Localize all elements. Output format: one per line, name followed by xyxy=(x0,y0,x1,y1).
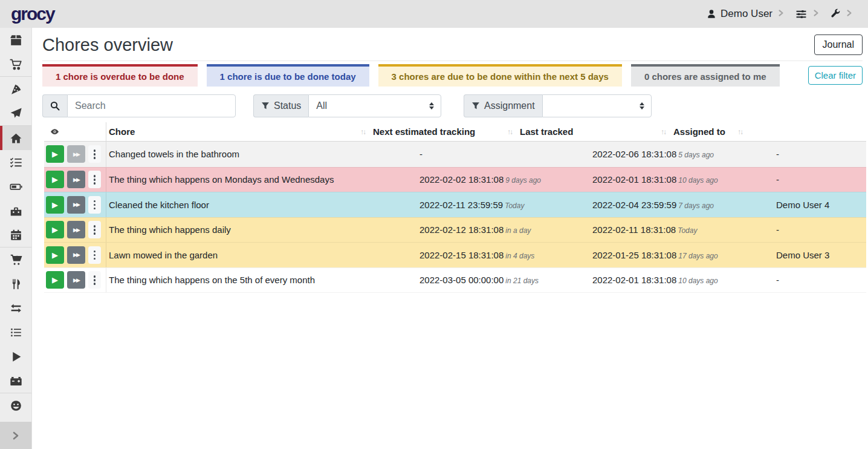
vertical-ellipsis-icon xyxy=(94,149,96,159)
filter-funnel-icon xyxy=(471,102,480,110)
assigned-to-me-filter-card[interactable]: 0 chores are assigned to me xyxy=(631,64,780,87)
skip-chore-button[interactable]: ▶▶ xyxy=(67,246,85,264)
search-icon-box xyxy=(42,94,67,117)
chore-name: The thing which happens on the 5th of ev… xyxy=(106,275,417,285)
sort-icon[interactable]: ↑↓ xyxy=(737,128,742,136)
sidebar-item-meal-plan[interactable] xyxy=(0,101,31,125)
sidebar-item-shopping-list[interactable] xyxy=(0,52,31,76)
skip-chore-button[interactable]: ▶▶ xyxy=(67,171,85,188)
sidebar-item-purchase[interactable] xyxy=(0,247,31,272)
sidebar-item-batteries-overview[interactable] xyxy=(0,174,31,198)
sidebar-item-equipment[interactable] xyxy=(0,198,31,223)
sidebar-item-calendar[interactable] xyxy=(0,223,31,247)
overdue-filter-card[interactable]: 1 chore is overdue to be done xyxy=(42,64,198,87)
vertical-ellipsis-icon xyxy=(94,225,96,235)
chore-row-menu-button[interactable] xyxy=(88,246,101,264)
sort-icon[interactable]: ↑↓ xyxy=(360,128,365,136)
fast-forward-icon: ▶▶ xyxy=(73,151,79,157)
table-row: ▶ ▶▶ Changed towels in the bathroom - 20… xyxy=(44,142,866,167)
chevron-right-icon xyxy=(846,8,852,19)
fast-forward-icon: ▶▶ xyxy=(73,227,79,233)
play-icon: ▶ xyxy=(52,251,58,260)
grocy-logo[interactable]: grocy xyxy=(11,4,54,24)
track-chore-execution-button[interactable]: ▶ xyxy=(46,145,64,163)
column-header-chore[interactable]: Chore xyxy=(109,126,135,137)
track-chore-execution-button[interactable]: ▶ xyxy=(46,271,64,289)
track-chore-execution-button[interactable]: ▶ xyxy=(46,196,64,214)
sidebar-item-user-dashboard[interactable] xyxy=(0,393,31,418)
column-header-last-tracked[interactable]: Last tracked xyxy=(520,126,573,137)
last-tracked-datetime: 2022-02-06 18:31:08 xyxy=(592,149,676,159)
assigned-user: - xyxy=(774,149,866,159)
chevron-right-icon xyxy=(778,8,784,19)
admin-menu[interactable] xyxy=(830,8,857,19)
fast-forward-icon: ▶▶ xyxy=(73,277,79,283)
select-caret-icon xyxy=(429,102,434,110)
clear-filter-button[interactable]: Clear filter xyxy=(808,66,863,85)
search-input[interactable] xyxy=(67,94,236,117)
cart-plus-icon xyxy=(10,254,22,266)
chore-row-menu-button[interactable] xyxy=(88,271,101,289)
next-tracking-relative: 9 days ago xyxy=(505,176,541,185)
chore-row-menu-button[interactable] xyxy=(88,171,101,188)
due-today-filter-card[interactable]: 1 chore is due to be done today xyxy=(207,64,369,87)
eye-icon[interactable] xyxy=(50,127,60,136)
status-select[interactable]: All xyxy=(308,94,441,117)
skip-chore-button[interactable]: ▶▶ xyxy=(67,145,85,163)
next-tracking-datetime: 2022-02-11 23:59:59 xyxy=(419,200,503,210)
box-icon xyxy=(10,34,22,47)
assignment-select[interactable] xyxy=(542,94,652,117)
sort-icon[interactable]: ↑↓ xyxy=(507,128,512,136)
last-tracked-relative: Today xyxy=(678,226,697,235)
next-tracking-datetime: 2022-03-05 00:00:00 xyxy=(419,275,504,285)
last-tracked-datetime: 2022-02-11 18:31:08 xyxy=(592,224,676,235)
chores-table-header: Chore↑↓ Next estimated tracking↑↓ Last t… xyxy=(44,122,866,142)
last-tracked-relative: 7 days ago xyxy=(678,202,714,210)
user-name: Demo User xyxy=(721,8,772,20)
last-tracked-datetime: 2022-01-25 18:31:08 xyxy=(592,250,676,260)
track-chore-execution-button[interactable]: ▶ xyxy=(46,221,64,238)
sidebar-item-inventory[interactable] xyxy=(0,320,31,344)
table-row: ▶ ▶▶ The thing which happens daily 2022-… xyxy=(44,217,866,243)
journal-button[interactable]: Journal xyxy=(814,34,863,55)
sidebar-item-chores-overview[interactable] xyxy=(0,126,31,150)
search-icon xyxy=(50,101,60,111)
chore-row-menu-button[interactable] xyxy=(88,196,101,214)
chore-name: Cleaned the kitchen floor xyxy=(106,200,417,210)
track-chore-execution-button[interactable]: ▶ xyxy=(46,246,64,264)
skip-chore-button[interactable]: ▶▶ xyxy=(67,221,85,238)
last-tracked-relative: 17 days ago xyxy=(678,252,717,260)
sort-icon[interactable]: ↑↓ xyxy=(661,128,666,136)
skip-chore-button[interactable]: ▶▶ xyxy=(67,271,85,289)
calendar-icon xyxy=(10,229,22,241)
settings-menu[interactable] xyxy=(795,8,824,20)
wrench-icon xyxy=(830,8,841,19)
track-chore-execution-button[interactable]: ▶ xyxy=(46,171,64,188)
sidebar-item-recipes[interactable] xyxy=(0,77,31,101)
next-tracking-relative: in 21 days xyxy=(505,277,539,285)
sidebar-item-chore-tracking[interactable] xyxy=(0,344,31,369)
sidebar-item-tasks[interactable] xyxy=(0,150,31,174)
sidebar xyxy=(0,28,32,449)
chore-row-menu-button[interactable] xyxy=(88,221,101,238)
column-header-next-tracking[interactable]: Next estimated tracking xyxy=(373,126,475,137)
task-list-icon xyxy=(10,156,22,169)
sidebar-item-stock-overview[interactable] xyxy=(0,28,31,52)
sidebar-item-consume[interactable] xyxy=(0,272,31,296)
main-content: Chores overview Journal 1 chore is overd… xyxy=(32,28,868,449)
column-header-assigned-to[interactable]: Assigned to xyxy=(673,126,725,137)
summary-cards: 1 chore is overdue to be done 1 chore is… xyxy=(42,64,863,87)
sidebar-item-battery-tracking[interactable] xyxy=(0,369,31,393)
chores-table: Chore↑↓ Next estimated tracking↑↓ Last t… xyxy=(44,122,866,293)
table-row: ▶ ▶▶ The thing which happens on the 5th … xyxy=(44,267,866,293)
next-tracking-relative: in 4 days xyxy=(505,252,534,260)
user-menu[interactable]: Demo User xyxy=(707,8,789,20)
sidebar-expand-button[interactable] xyxy=(0,422,31,449)
sidebar-item-transfer[interactable] xyxy=(0,296,31,320)
chores-table-body: ▶ ▶▶ Changed towels in the bathroom - 20… xyxy=(44,142,866,293)
due-soon-filter-card[interactable]: 3 chores are due to be done within the n… xyxy=(378,64,622,87)
home-icon xyxy=(10,132,22,145)
exchange-arrows-icon xyxy=(10,302,22,315)
chore-row-menu-button[interactable] xyxy=(88,145,101,163)
skip-chore-button[interactable]: ▶▶ xyxy=(67,196,85,214)
